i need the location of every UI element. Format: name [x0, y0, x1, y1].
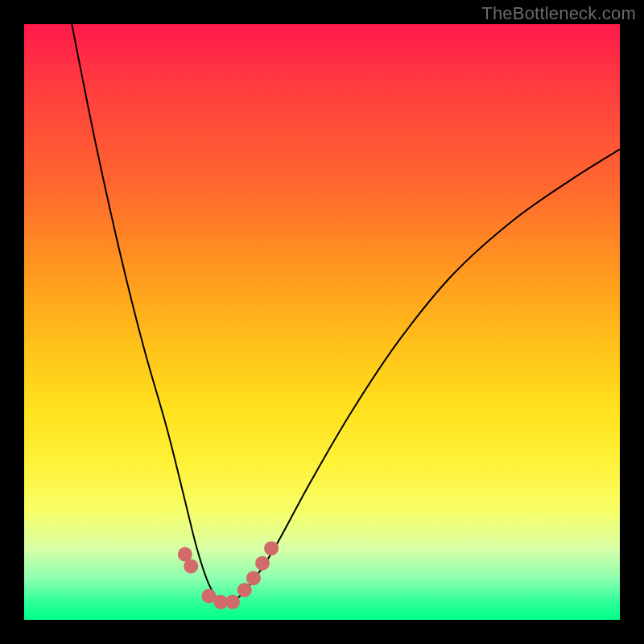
bottleneck-curve — [72, 24, 620, 605]
curve-marker — [225, 595, 240, 609]
curve-marker — [184, 559, 198, 573]
curve-marker — [264, 541, 279, 555]
curve-marker — [237, 583, 252, 597]
chart-frame: TheBottleneck.com — [0, 0, 644, 644]
curve-marker — [246, 571, 261, 585]
curve-markers — [178, 541, 279, 609]
plot-area — [24, 24, 620, 620]
curve-layer — [24, 24, 620, 620]
curve-marker — [255, 556, 270, 571]
watermark-text: TheBottleneck.com — [481, 3, 636, 24]
